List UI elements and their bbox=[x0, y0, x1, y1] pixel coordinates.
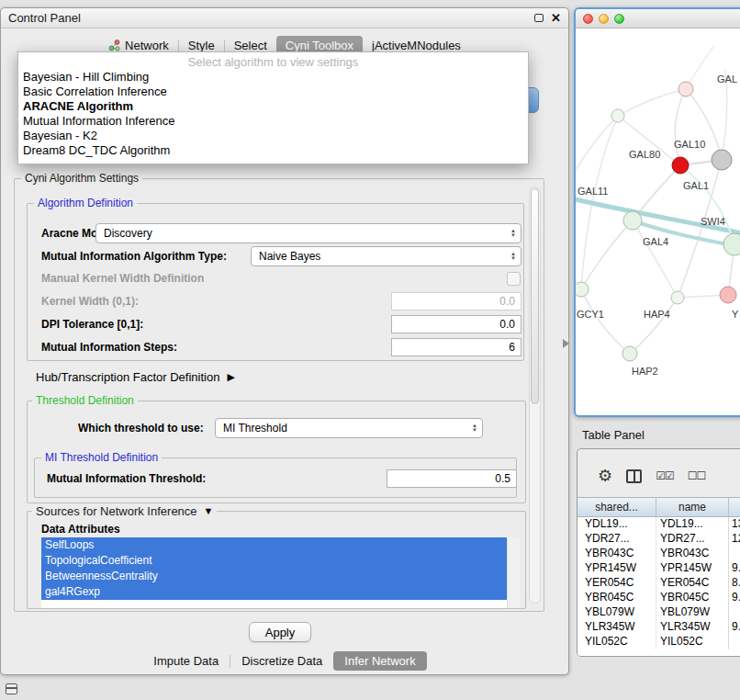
algorithm-option[interactable]: ARACNE Algorithm bbox=[18, 99, 528, 114]
network-node[interactable] bbox=[622, 346, 637, 361]
settings-scrollbar[interactable] bbox=[529, 186, 541, 604]
network-node[interactable] bbox=[623, 211, 642, 230]
algorithm-option-list: Bayesian - Hill ClimbingBasic Correlatio… bbox=[18, 70, 528, 158]
select-all-icon[interactable]: ☑☑ bbox=[656, 469, 674, 482]
attribute-item[interactable]: SelfLoops bbox=[41, 537, 507, 553]
algorithm-option[interactable]: Bayesian - Hill Climbing bbox=[18, 70, 528, 85]
table-row[interactable]: YBR045CYBR045C9. bbox=[577, 591, 740, 605]
network-node[interactable] bbox=[672, 157, 689, 174]
mi-threshold-field[interactable]: 0.5 bbox=[387, 469, 517, 488]
table-row[interactable]: YDR27...YDR27...12 bbox=[577, 532, 740, 547]
aracne-mode-select[interactable]: Discovery ▲▼ bbox=[95, 223, 521, 243]
show-columns-icon[interactable] bbox=[626, 469, 642, 483]
tab-impute-data[interactable]: Impute Data bbox=[142, 651, 230, 671]
window-title: Control Panel bbox=[8, 11, 81, 25]
table-cell: YBR045C bbox=[577, 591, 656, 605]
mi-threshold-value: 0.5 bbox=[495, 472, 510, 485]
network-node[interactable] bbox=[712, 150, 732, 170]
minimize-traffic-light-icon[interactable] bbox=[599, 14, 609, 24]
algorithm-option[interactable]: Mutual Information Inference bbox=[18, 114, 528, 129]
table-cell: YBR043C bbox=[656, 547, 729, 561]
deselect-all-icon[interactable]: ☐☐ bbox=[688, 469, 706, 482]
network-node[interactable] bbox=[611, 109, 624, 122]
data-attributes-list: SelfLoopsTopologicalCoefficientBetweenne… bbox=[41, 537, 507, 608]
table-cell: YER054C bbox=[577, 576, 656, 591]
tab-discretize-data-label: Discretize Data bbox=[241, 654, 322, 668]
network-edge bbox=[581, 220, 633, 289]
network-node[interactable] bbox=[576, 282, 589, 297]
control-panel-window: Control Panel ✕ Network Style Select bbox=[0, 7, 569, 675]
threshold-definition-title: Threshold Definition bbox=[32, 394, 138, 407]
table-cell: 12 bbox=[729, 532, 740, 547]
close-window-icon[interactable]: ✕ bbox=[551, 12, 561, 24]
network-node[interactable] bbox=[671, 291, 684, 304]
data-attributes-listbox[interactable]: SelfLoopsTopologicalCoefficientBetweenne… bbox=[41, 537, 520, 608]
apply-button[interactable]: Apply bbox=[249, 622, 311, 642]
network-window-titlebar[interactable] bbox=[576, 9, 740, 28]
table-cell: 13 bbox=[729, 517, 740, 532]
table-row[interactable]: YBR043CYBR043C bbox=[577, 547, 740, 561]
table-cell bbox=[729, 605, 740, 620]
dpi-tolerance-field[interactable]: 0.0 bbox=[391, 315, 521, 333]
column-header-name[interactable]: name bbox=[656, 498, 729, 516]
which-threshold-select[interactable]: MI Threshold ▲▼ bbox=[215, 418, 483, 438]
table-row[interactable]: YBL079WYBL079W bbox=[577, 605, 740, 620]
attribute-item[interactable]: gal4RGexp bbox=[41, 584, 507, 600]
dpi-tolerance-value: 0.0 bbox=[499, 318, 515, 331]
settings-scrollbar-thumb[interactable] bbox=[531, 188, 539, 404]
table-cell: YBR043C bbox=[577, 547, 656, 561]
kernel-width-field: 0.0 bbox=[391, 292, 521, 310]
table-row[interactable]: YLR345WYLR345W9. bbox=[577, 620, 740, 635]
network-edge bbox=[618, 89, 686, 116]
table-row[interactable]: YPR145WYPR145W9. bbox=[577, 561, 740, 576]
zoom-traffic-light-icon[interactable] bbox=[614, 14, 624, 24]
table-row[interactable]: YIL052CYIL052C bbox=[577, 635, 740, 649]
attribute-item[interactable]: BetweennessCentrality bbox=[41, 569, 507, 584]
table-cell: YIL052C bbox=[656, 635, 729, 649]
table-row[interactable]: YDL19...YDL19...13 bbox=[577, 517, 740, 532]
kernel-width-value: 0.0 bbox=[499, 295, 515, 308]
control-panel-titlebar[interactable]: Control Panel ✕ bbox=[1, 8, 568, 28]
close-traffic-light-icon[interactable] bbox=[583, 14, 593, 24]
expanded-arrow-icon: ▼ bbox=[204, 506, 214, 516]
tab-impute-data-label: Impute Data bbox=[153, 654, 219, 668]
algorithm-option[interactable]: Basic Correlation Inference bbox=[18, 85, 528, 99]
hub-definition-toggle[interactable]: Hub/Transcription Factor Definition ▶ bbox=[36, 370, 235, 384]
column-header-extra[interactable] bbox=[729, 498, 740, 516]
tab-style-label: Style bbox=[188, 39, 215, 52]
mi-steps-field[interactable]: 6 bbox=[391, 338, 521, 356]
algorithm-placeholder-option: Select algorithm to view settings bbox=[18, 54, 528, 70]
table-settings-gear-icon[interactable]: ⚙ bbox=[598, 468, 612, 484]
mi-threshold-definition-title: MI Threshold Definition bbox=[41, 451, 162, 464]
network-node-label: GAL11 bbox=[577, 186, 608, 197]
network-node[interactable] bbox=[678, 82, 693, 96]
table-cell: YPR145W bbox=[656, 561, 729, 576]
attributes-scrollbar[interactable] bbox=[507, 537, 520, 608]
hub-definition-label: Hub/Transcription Factor Definition bbox=[36, 370, 219, 384]
table-row[interactable]: YER054CYER054C8. bbox=[577, 576, 740, 591]
network-node[interactable] bbox=[723, 233, 740, 255]
algorithm-option[interactable]: Bayesian - K2 bbox=[18, 129, 528, 143]
tab-infer-network[interactable]: Infer Network bbox=[333, 651, 426, 671]
network-node-label: GAL4 bbox=[643, 236, 668, 247]
apply-button-label: Apply bbox=[265, 626, 296, 639]
network-canvas[interactable]: GAL80GAL10GAL11GAL1SWI4GAL4GCY1HAP4HAP2G… bbox=[576, 28, 740, 415]
sources-toggle[interactable]: Sources for Network Inference ▼ bbox=[32, 504, 217, 518]
network-node-label: Y bbox=[732, 309, 739, 320]
tab-discretize-data[interactable]: Discretize Data bbox=[230, 651, 333, 671]
show-panel-icon[interactable] bbox=[6, 683, 17, 694]
network-node-label: GCY1 bbox=[577, 309, 604, 320]
table-cell: 8. bbox=[729, 576, 740, 591]
mi-algorithm-type-select[interactable]: Naive Bayes ▲▼ bbox=[251, 246, 521, 266]
attribute-item[interactable]: TopologicalCoefficient bbox=[41, 553, 507, 569]
which-threshold-label: Which threshold to use: bbox=[78, 422, 204, 435]
table-cell: YER054C bbox=[656, 576, 729, 591]
table-cell: YLR345W bbox=[577, 620, 656, 635]
table-cell: YIL052C bbox=[577, 635, 656, 649]
network-node-label: HAP4 bbox=[644, 309, 670, 320]
algorithm-option[interactable]: Dream8 DC_TDC Algorithm bbox=[18, 143, 528, 158]
column-header-shared-name[interactable]: shared... bbox=[577, 498, 656, 516]
float-window-icon[interactable] bbox=[534, 14, 544, 22]
panel-divider-arrow[interactable] bbox=[563, 339, 569, 348]
network-node[interactable] bbox=[720, 287, 736, 303]
